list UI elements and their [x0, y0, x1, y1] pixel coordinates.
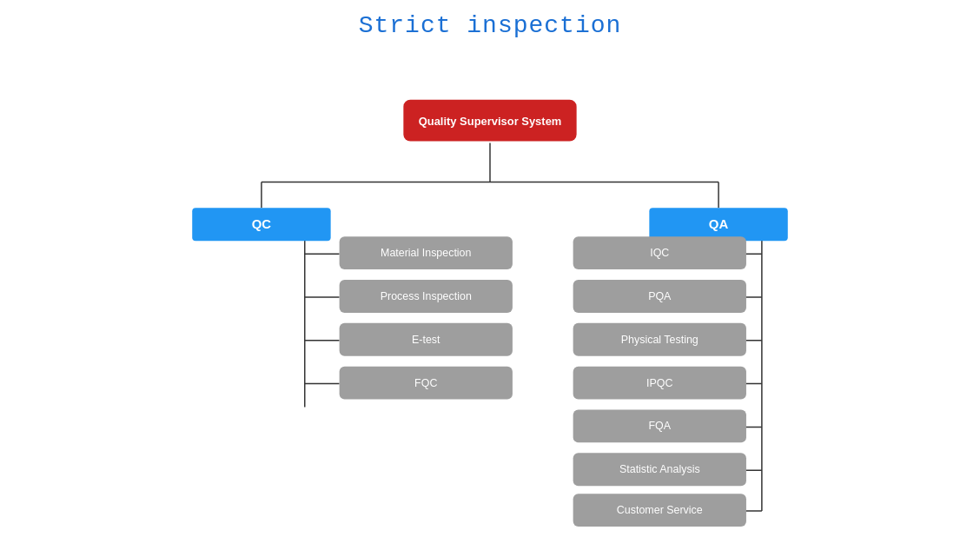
leaf-physical-testing: Physical Testing: [573, 323, 746, 356]
leaf-statistic-analysis: Statistic Analysis: [573, 453, 746, 486]
leaf-customer-service: Customer Service: [573, 494, 746, 527]
svg-text:FQA: FQA: [649, 420, 672, 432]
leaf-fqa: FQA: [573, 410, 746, 443]
svg-text:Material Inspection: Material Inspection: [381, 247, 471, 259]
svg-text:Quality Supervisor System: Quality Supervisor System: [419, 115, 562, 128]
qa-node: QA: [649, 208, 787, 241]
leaf-pqa: PQA: [573, 280, 746, 313]
svg-text:FQC: FQC: [414, 377, 437, 389]
root-node: Quality Supervisor System: [403, 100, 576, 142]
leaf-ipqc: IPQC: [573, 367, 746, 400]
page-title: Strict inspection: [0, 0, 980, 39]
svg-text:E-test: E-test: [412, 334, 440, 346]
svg-text:Process Inspection: Process Inspection: [381, 290, 472, 302]
leaf-fqc: FQC: [340, 367, 513, 400]
svg-text:IQC: IQC: [650, 247, 669, 259]
leaf-material-inspection: Material Inspection: [340, 236, 513, 269]
qc-node: QC: [192, 208, 330, 241]
svg-text:Statistic Analysis: Statistic Analysis: [619, 463, 700, 475]
svg-text:PQA: PQA: [648, 290, 672, 302]
svg-text:QA: QA: [709, 216, 729, 231]
org-chart-container: Quality Supervisor System QC QA Material…: [0, 48, 980, 533]
svg-text:QC: QC: [252, 216, 272, 231]
svg-text:IPQC: IPQC: [646, 377, 672, 389]
leaf-iqc: IQC: [573, 236, 746, 269]
leaf-process-inspection: Process Inspection: [340, 280, 513, 313]
leaf-e-test: E-test: [340, 323, 513, 356]
svg-text:Customer Service: Customer Service: [617, 504, 703, 516]
svg-text:Physical Testing: Physical Testing: [621, 334, 699, 346]
